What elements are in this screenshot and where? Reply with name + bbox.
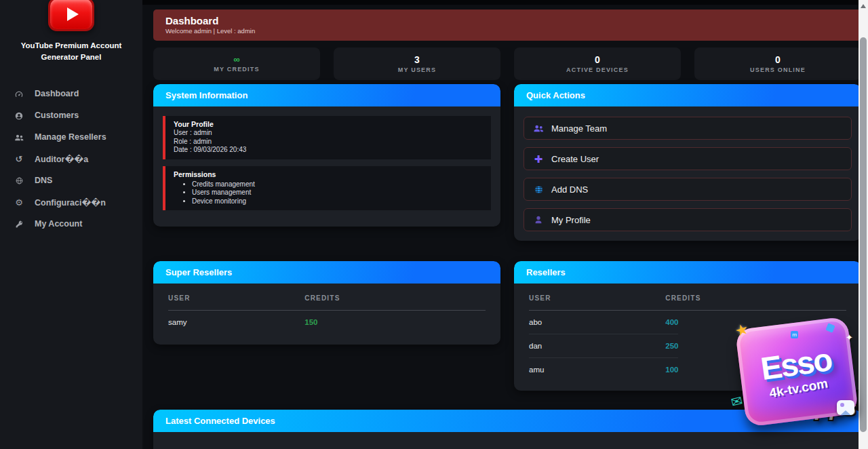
add-dns-button[interactable]: Add DNS [524,178,852,201]
card-title: Super Resellers [153,261,500,284]
stat-value: 3 [414,55,420,64]
gear-icon: ⚙ [14,198,24,207]
table-row: dan 250 [529,334,846,357]
card-title: Quick Actions [514,84,861,106]
globe-icon [532,184,545,195]
logo-container [0,0,142,31]
stat-label: MY USERS [398,66,436,73]
info-actions-row: System Information Your Profile User : a… [153,84,861,241]
stat-label: ACTIVE DEVICES [566,66,629,73]
sidebar-item-my-account[interactable]: My Account [0,213,142,235]
column-header-credits: CREDITS [665,294,846,302]
action-label: My Profile [551,215,591,225]
profile-heading: Your Profile [174,120,483,128]
sidebar-item-dashboard[interactable]: Dashboard [0,83,142,104]
sidebar-item-audit[interactable]: ↺ Auditor��a [0,148,142,170]
permissions-list: Credits management Users management Devi… [192,180,483,206]
table-header-row: USER DEVICE IP COUNTRY LAST SEEN [168,433,846,449]
sidebar-nav: Dashboard Customers Manage Resellers ↺ A… [0,83,142,235]
page-subtitle: Welcome admin | Level : admin [165,27,849,35]
page-header-banner: Dashboard Welcome admin | Level : admin [153,9,861,41]
latest-devices-card: Latest Connected Devices USER DEVICE IP … [153,410,861,449]
devices-table: USER DEVICE IP COUNTRY LAST SEEN [153,432,861,449]
profile-role: Role : admin [174,138,483,147]
sidebar-item-label: Auditor��a [35,154,88,164]
sidebar-item-label: DNS [35,176,52,185]
stat-active-devices: 0 ACTIVE DEVICES [514,47,681,80]
sidebar-item-label: Manage Resellers [35,132,106,142]
key-icon [14,219,24,229]
globe-icon [14,176,24,185]
system-information-body: Your Profile User : admin Role : admin D… [153,106,500,227]
profile-user: User : admin [174,129,483,138]
sidebar-item-customers[interactable]: Customers [0,104,142,126]
play-icon [67,7,79,21]
my-profile-button[interactable]: My Profile [524,208,852,231]
permission-item: Device monitoring [192,197,483,206]
super-resellers-table: USER CREDITS samy 150 [153,284,500,345]
main-content: Dashboard Welcome admin | Level : admin … [142,0,868,449]
youtube-logo-icon [48,0,94,31]
card-title: Resellers [514,261,861,284]
reseller-user: dan [529,342,665,350]
card-title: System Information [153,84,500,106]
sidebar-item-dns[interactable]: DNS [0,170,142,191]
table-header-row: USER CREDITS [168,285,486,311]
reseller-credits: 100 [665,366,846,374]
sidebar-item-manage-resellers[interactable]: Manage Resellers [0,126,142,148]
sidebar-item-label: Configuraci��n [35,197,106,208]
panel-title: YouTube Premium Account Generator Panel [8,40,134,62]
sidebar: YouTube Premium Account Generator Panel … [0,0,142,449]
reseller-credits: 250 [665,342,846,350]
user-icon [532,215,545,224]
stat-label: MY CREDITS [214,66,259,73]
resellers-row: Super Resellers USER CREDITS samy 150 Re… [153,261,861,391]
quick-actions-body: Manage Team ✚ Create User Add DNS [514,106,861,241]
stat-users-online: 0 USERS ONLINE [694,47,861,80]
scroll-up-arrow-icon[interactable] [861,4,866,8]
table-row: abo 400 [529,311,846,334]
page-title: Dashboard [165,15,849,26]
resellers-table: USER CREDITS abo 400 dan 250 amu [514,284,861,391]
history-icon: ↺ [14,155,24,163]
stat-my-credits: ∞ MY CREDITS [153,47,320,80]
stat-label: USERS ONLINE [750,66,806,73]
table-header-row: USER CREDITS [529,285,846,311]
quick-actions-card: Quick Actions Manage Team ✚ Create User [514,84,861,241]
manage-team-button[interactable]: Manage Team [524,117,852,140]
stat-value: 0 [595,55,600,64]
column-header-user: USER [168,294,304,302]
card-title: Latest Connected Devices [153,410,861,432]
profile-date: Date : 09/03/2026 20:43 [174,146,483,155]
sidebar-item-label: Customers [35,111,79,120]
super-resellers-card: Super Resellers USER CREDITS samy 150 [153,261,500,345]
permission-item: Users management [192,189,483,197]
reseller-user: samy [168,318,304,326]
sidebar-item-configuration[interactable]: ⚙ Configuraci��n [0,191,142,213]
resellers-card: Resellers USER CREDITS abo 400 dan 250 [514,261,861,391]
permissions-box: Permissions Credits management Users man… [163,166,491,211]
permissions-heading: Permissions [174,170,483,178]
stat-my-users: 3 MY USERS [334,47,500,80]
user-circle-icon [14,111,24,121]
action-label: Manage Team [551,123,607,134]
create-user-button[interactable]: ✚ Create User [524,147,852,170]
reseller-user: amu [529,366,665,374]
permission-item: Credits management [192,180,483,189]
top-strip [142,0,868,5]
scrollbar-thumb[interactable] [860,37,867,432]
scrollbar-track[interactable] [859,0,868,449]
gauge-icon [14,89,24,99]
column-header-user: USER [529,294,665,302]
stat-value: ∞ [233,55,239,64]
action-label: Add DNS [551,184,588,195]
reseller-user: abo [529,318,665,326]
action-label: Create User [551,154,599,164]
table-row: amu 100 [529,358,846,381]
users-icon [14,133,24,142]
reseller-credits: 150 [304,318,486,326]
reseller-credits: 400 [665,318,846,326]
plus-icon: ✚ [532,154,545,164]
stats-row: ∞ MY CREDITS 3 MY USERS 0 ACTIVE DEVICES… [153,47,861,80]
app-root: YouTube Premium Account Generator Panel … [0,0,868,449]
